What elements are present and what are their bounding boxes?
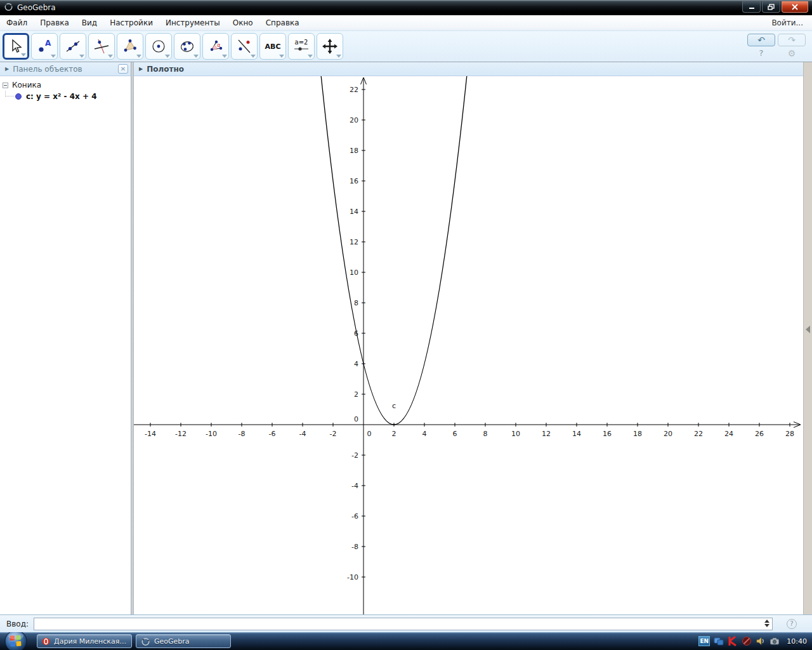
panel-collapse-icon[interactable]: ▶ <box>5 66 9 72</box>
svg-text:-10: -10 <box>347 573 358 581</box>
text-tool-button[interactable]: ABC <box>259 33 286 60</box>
geogebra-app-icon <box>4 2 13 14</box>
menu-tools[interactable]: Инструменты <box>159 16 226 30</box>
tool-dropdown-arrow[interactable] <box>136 55 141 58</box>
svg-text:14: 14 <box>572 430 581 438</box>
panel-collapse-icon[interactable]: ▶ <box>139 66 143 72</box>
svg-text:26: 26 <box>755 430 764 438</box>
window-title: GeoGebra <box>17 3 56 12</box>
tool-dropdown-arrow[interactable] <box>279 55 284 58</box>
svg-text:16: 16 <box>603 430 612 438</box>
svg-text:22: 22 <box>694 430 703 438</box>
input-history-spinner[interactable] <box>764 620 769 627</box>
move-tool-button[interactable] <box>3 33 29 60</box>
menu-window[interactable]: Окно <box>226 16 259 30</box>
tool-dropdown-arrow[interactable] <box>251 55 256 58</box>
menu-help[interactable]: Справка <box>259 16 306 30</box>
ellipse-tool-button[interactable] <box>174 33 200 60</box>
restore-button[interactable] <box>762 1 780 13</box>
slider-tool-label: a=2 <box>295 39 308 46</box>
tree-group-conic[interactable]: Коника <box>3 80 131 90</box>
tool-dropdown-arrow[interactable] <box>79 55 84 58</box>
object-visibility-dot[interactable] <box>15 93 22 100</box>
svg-text:-10: -10 <box>206 430 217 438</box>
window-titlebar[interactable]: GeoGebra <box>0 0 812 15</box>
menu-settings[interactable]: Настройки <box>103 16 159 30</box>
svg-text:-4: -4 <box>299 430 306 438</box>
svg-text:-6: -6 <box>269 430 276 438</box>
undo-button[interactable]: ↶ <box>747 34 775 46</box>
line-tool-button[interactable] <box>60 33 86 60</box>
help-icon[interactable]: ? <box>747 48 775 58</box>
taskbar-item-opera[interactable]: Дария Миленская — ... <box>37 634 132 648</box>
task-label: GeoGebra <box>154 637 190 646</box>
system-tray: EN 10:40 <box>698 636 812 647</box>
tree-connector <box>5 91 14 96</box>
tool-dropdown-arrow[interactable] <box>51 55 56 58</box>
menu-bar: Файл Правка Вид Настройки Инструменты Ок… <box>0 15 812 30</box>
parabola-graph[interactable]: -14-12-10-8-6-4-224681012141618202224262… <box>134 76 803 614</box>
svg-text:18: 18 <box>633 430 642 438</box>
svg-text:8: 8 <box>354 299 358 307</box>
move-canvas-tool-button[interactable] <box>317 33 343 60</box>
algebra-panel-title: Панель объектов <box>13 65 82 74</box>
menu-edit[interactable]: Правка <box>34 16 75 30</box>
tool-dropdown-arrow[interactable] <box>193 55 199 58</box>
svg-text:-8: -8 <box>351 543 358 551</box>
svg-text:10: 10 <box>350 269 358 277</box>
geogebra-icon <box>141 637 150 646</box>
svg-text:c: c <box>392 402 396 410</box>
sidebar-collapse-handle[interactable] <box>806 326 810 333</box>
start-button[interactable] <box>0 632 33 650</box>
tool-dropdown-arrow[interactable] <box>165 55 170 58</box>
tool-dropdown-arrow[interactable] <box>108 55 113 58</box>
svg-text:16: 16 <box>350 177 358 185</box>
reflection-tool-button[interactable] <box>231 33 258 60</box>
slider-tool-button[interactable]: a=2 <box>288 33 315 60</box>
close-button[interactable] <box>782 1 808 13</box>
tree-collapse-icon[interactable] <box>3 83 8 88</box>
input-label: Ввод: <box>0 620 34 628</box>
object-equation: c: y = x² - 4x + 4 <box>26 92 97 101</box>
desktop: GeoGebra Файл Правка Вид Настройки Инстр… <box>0 0 812 650</box>
svg-text:2: 2 <box>392 430 396 438</box>
svg-text:24: 24 <box>724 430 733 438</box>
svg-text:18: 18 <box>350 147 358 155</box>
input-help-icon[interactable]: ? <box>787 619 797 629</box>
svg-text:22: 22 <box>350 86 358 94</box>
language-indicator[interactable]: EN <box>698 636 710 646</box>
tool-dropdown-arrow[interactable] <box>336 55 341 58</box>
display-icon[interactable] <box>713 636 724 647</box>
kaspersky-icon[interactable] <box>727 636 738 647</box>
tool-dropdown-arrow[interactable] <box>21 53 26 56</box>
camera-icon[interactable] <box>769 636 780 647</box>
tree-item-conic-c[interactable]: c: y = x² - 4x + 4 <box>3 91 131 102</box>
point-tool-button[interactable]: A <box>31 33 58 60</box>
gear-icon[interactable]: ⚙ <box>778 48 806 58</box>
menu-view[interactable]: Вид <box>75 16 103 30</box>
redo-button[interactable]: ↷ <box>778 34 806 46</box>
point-label-a: A <box>45 39 51 48</box>
sign-in-link[interactable]: Войти... <box>763 16 812 30</box>
menu-file[interactable]: Файл <box>0 16 34 30</box>
graphics-view[interactable]: -14-12-10-8-6-4-224681012141618202224262… <box>134 76 803 614</box>
object-tree: Коника c: y = x² - 4x + 4 <box>0 76 131 102</box>
angle-tool-button[interactable]: α <box>202 33 229 60</box>
perpendicular-line-tool-button[interactable] <box>88 33 115 60</box>
tool-dropdown-arrow[interactable] <box>308 55 313 58</box>
graphics-panel-title: Полотно <box>147 65 184 74</box>
svg-text:20: 20 <box>350 116 358 124</box>
svg-text:-2: -2 <box>351 451 358 460</box>
volume-icon[interactable] <box>755 636 766 647</box>
polygon-tool-button[interactable] <box>117 33 143 60</box>
taskbar-item-geogebra[interactable]: GeoGebra <box>136 634 231 648</box>
minimize-button[interactable] <box>742 1 761 13</box>
blocked-icon[interactable] <box>741 636 752 647</box>
tool-dropdown-arrow[interactable] <box>222 55 227 58</box>
panel-close-icon[interactable]: ✕ <box>118 64 128 74</box>
circle-tool-button[interactable] <box>145 33 172 60</box>
svg-text:2: 2 <box>354 390 358 399</box>
command-input[interactable] <box>34 618 773 630</box>
algebra-panel-header: ▶ Панель объектов ✕ <box>0 62 131 76</box>
right-sidebar-strip <box>803 62 812 614</box>
